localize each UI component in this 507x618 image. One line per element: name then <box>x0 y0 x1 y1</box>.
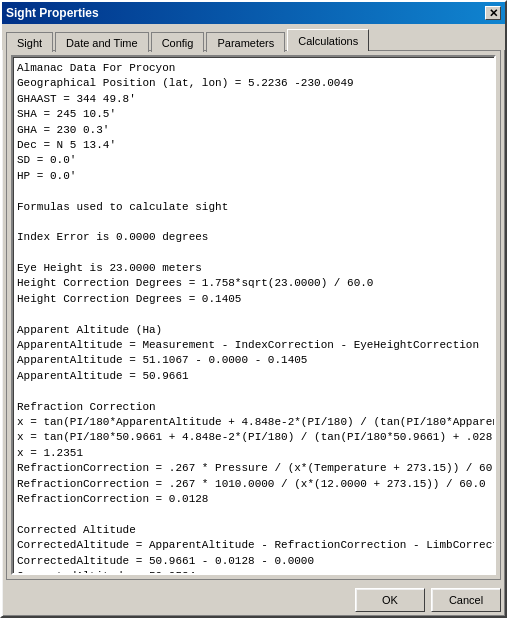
cancel-button[interactable]: Cancel <box>431 588 501 612</box>
window: Sight Properties ✕ Sight Date and Time C… <box>0 0 507 618</box>
content-area: Almanac Data For Procyon Geographical Po… <box>6 50 501 580</box>
tab-calculations-label: Calculations <box>298 35 358 47</box>
tab-date-label: Date and Time <box>66 37 138 49</box>
ok-button[interactable]: OK <box>355 588 425 612</box>
close-button[interactable]: ✕ <box>485 6 501 20</box>
tab-sight-label: Sight <box>17 37 42 49</box>
tab-calculations[interactable]: Calculations <box>287 29 369 51</box>
tab-parameters[interactable]: Parameters <box>206 32 285 52</box>
window-title: Sight Properties <box>6 6 99 20</box>
tab-date-and-time[interactable]: Date and Time <box>55 32 149 52</box>
tab-bar: Sight Date and Time Config Parameters Ca… <box>2 24 505 50</box>
tab-sight[interactable]: Sight <box>6 32 53 52</box>
button-bar: OK Cancel <box>2 584 505 616</box>
text-display: Almanac Data For Procyon Geographical Po… <box>11 55 496 575</box>
tab-parameters-label: Parameters <box>217 37 274 49</box>
tab-config-label: Config <box>162 37 194 49</box>
title-bar: Sight Properties ✕ <box>2 2 505 24</box>
calculations-text[interactable]: Almanac Data For Procyon Geographical Po… <box>13 57 494 573</box>
tab-config[interactable]: Config <box>151 32 205 52</box>
